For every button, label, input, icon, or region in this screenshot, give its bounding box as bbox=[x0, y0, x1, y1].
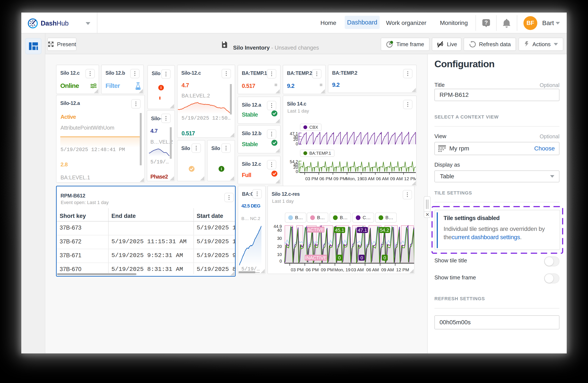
svg-text:09 PM: 09 PM bbox=[334, 176, 346, 181]
svg-text:09 AM: 09 AM bbox=[381, 267, 394, 272]
svg-text:06 PM: 06 PM bbox=[306, 267, 319, 272]
svg-text:INACTIVE: INACTIVE bbox=[305, 255, 327, 260]
svg-text:20: 20 bbox=[293, 165, 298, 170]
svg-text:06 AM: 06 AM bbox=[366, 267, 379, 272]
svg-text:47.1: 47.1 bbox=[358, 228, 367, 233]
svg-text:12 PM: 12 PM bbox=[404, 176, 416, 181]
svg-text:03 AM: 03 AM bbox=[362, 176, 375, 181]
svg-text:54.2: 54.2 bbox=[380, 228, 389, 233]
svg-text:0: 0 bbox=[296, 169, 298, 174]
svg-text:0: 0 bbox=[279, 259, 282, 263]
svg-text:10: 10 bbox=[277, 252, 282, 257]
svg-text:09 AM: 09 AM bbox=[390, 176, 403, 181]
svg-text:Mon, 19: Mon, 19 bbox=[346, 176, 362, 181]
svg-text:45.1: 45.1 bbox=[335, 228, 344, 233]
svg-text:0: 0 bbox=[338, 255, 341, 260]
svg-text:0: 0 bbox=[296, 141, 298, 146]
svg-text:Mon, 19: Mon, 19 bbox=[334, 267, 351, 272]
svg-text:03 AM: 03 AM bbox=[351, 267, 364, 272]
svg-text:20: 20 bbox=[277, 244, 282, 249]
svg-text:12 PM: 12 PM bbox=[396, 267, 409, 272]
svg-text:0: 0 bbox=[383, 255, 386, 260]
svg-text:30: 30 bbox=[277, 236, 282, 241]
svg-text:06 PM: 06 PM bbox=[319, 176, 332, 181]
svg-text:09 PM: 09 PM bbox=[321, 267, 334, 272]
svg-text:0: 0 bbox=[360, 255, 363, 260]
svg-text:03 PM: 03 PM bbox=[291, 267, 304, 272]
svg-text:03 PM: 03 PM bbox=[305, 176, 318, 181]
svg-text:06 AM: 06 AM bbox=[376, 176, 389, 181]
svg-text:20: 20 bbox=[293, 137, 298, 142]
svg-text:40: 40 bbox=[277, 228, 282, 232]
svg-text:ACTIVE: ACTIVE bbox=[307, 227, 324, 232]
